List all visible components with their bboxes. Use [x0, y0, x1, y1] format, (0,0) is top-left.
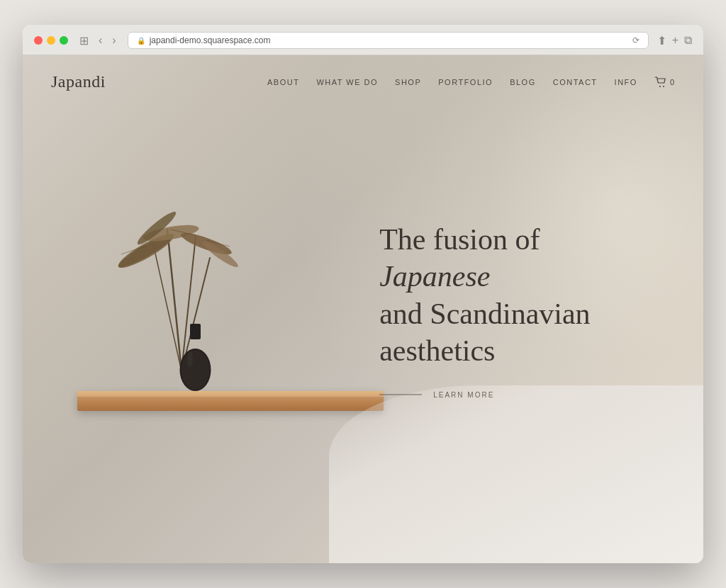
svg-point-9 — [201, 239, 240, 270]
share-icon[interactable]: ⬆ — [657, 34, 666, 47]
learn-more-line — [379, 394, 422, 395]
website-content: Japandi ABOUT WHAT WE DO SHOP PORTFOLIO … — [23, 55, 703, 563]
new-tab-icon[interactable]: + — [672, 34, 678, 47]
learn-more-button[interactable]: LEARN MORE — [379, 390, 649, 398]
nav-item-shop[interactable]: SHOP — [395, 78, 421, 86]
site-navigation: Japandi ABOUT WHAT WE DO SHOP PORTFOLIO … — [23, 55, 703, 108]
fullscreen-button[interactable] — [60, 36, 68, 45]
vase-illustration — [176, 324, 215, 391]
svg-point-16 — [187, 351, 193, 368]
nav-item-about[interactable]: ABOUT — [267, 78, 299, 86]
close-button[interactable] — [34, 36, 43, 45]
browser-chrome: ⊞ ‹ › 🔒 japandi-demo.squarespace.com ⟳ ⬆… — [23, 25, 703, 55]
hero-heading-line1: The fusion of — [379, 222, 540, 255]
nav-item-portfolio[interactable]: PORTFOLIO — [438, 78, 493, 86]
back-button[interactable]: ‹ — [96, 33, 105, 48]
wooden-shelf — [77, 391, 384, 411]
cart-count: 0 — [670, 78, 675, 86]
grid-icon[interactable]: ⊞ — [77, 33, 91, 49]
reload-icon[interactable]: ⟳ — [632, 35, 640, 45]
nav-links: ABOUT WHAT WE DO SHOP PORTFOLIO BLOG CON… — [267, 77, 675, 88]
svg-rect-13 — [190, 324, 201, 339]
cart-icon — [654, 77, 667, 88]
hero-heading-line2: and Scandinavian — [379, 297, 590, 329]
bedding-decoration — [329, 385, 703, 563]
hero-heading-italic: Japanese — [379, 260, 490, 293]
site-logo[interactable]: Japandi — [51, 72, 106, 91]
address-bar[interactable]: 🔒 japandi-demo.squarespace.com ⟳ — [128, 32, 649, 49]
minimize-button[interactable] — [47, 36, 55, 45]
hero-text-block: The fusion of Japanese and Scandinavian … — [379, 220, 649, 398]
browser-controls: ⊞ ‹ › — [77, 33, 119, 49]
lock-icon: 🔒 — [137, 37, 145, 45]
browser-actions: ⬆ + ⧉ — [657, 34, 692, 47]
hero-heading-line3: aesthetics — [379, 334, 495, 367]
hero-heading: The fusion of Japanese and Scandinavian … — [379, 220, 649, 369]
cart-button[interactable]: 0 — [654, 77, 675, 88]
svg-point-18 — [663, 86, 664, 87]
nav-item-info[interactable]: INFO — [615, 78, 637, 86]
browser-window: ⊞ ‹ › 🔒 japandi-demo.squarespace.com ⟳ ⬆… — [23, 25, 703, 563]
tabs-icon[interactable]: ⧉ — [684, 34, 692, 47]
svg-point-17 — [659, 86, 661, 87]
traffic-lights — [34, 36, 68, 45]
forward-button[interactable]: › — [109, 33, 118, 48]
learn-more-label: LEARN MORE — [433, 390, 494, 398]
svg-point-15 — [181, 350, 209, 390]
nav-item-what-we-do[interactable]: WHAT WE DO — [316, 78, 378, 86]
url-text: japandi-demo.squarespace.com — [150, 35, 271, 45]
nav-item-blog[interactable]: BLOG — [510, 78, 536, 86]
nav-item-contact[interactable]: CONTACT — [553, 78, 598, 86]
